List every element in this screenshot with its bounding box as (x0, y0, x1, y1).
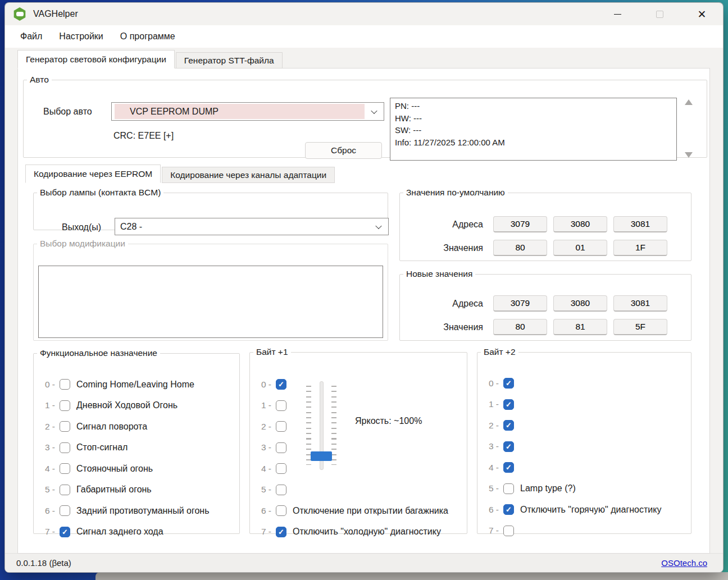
byte1-bit-number-7: 7 - (258, 527, 271, 537)
car-select-combobox[interactable]: VCP EEPROM DUMP (111, 102, 384, 121)
output-label: Выход(ы) (62, 222, 101, 232)
function-checkbox-2[interactable] (60, 421, 70, 432)
byte1-bit-number-3: 3 - (258, 442, 271, 453)
byte1-checkbox-1[interactable] (276, 400, 286, 411)
car-select-value: VCP EEPROM DUMP (115, 104, 365, 119)
scroll-up-icon[interactable] (685, 99, 693, 105)
byte2-row-4: 4 -✓ (485, 462, 661, 473)
default-values-row-1: Значения80011F (400, 240, 691, 256)
coding-tab-0[interactable]: Кодирование через EEPROM (25, 165, 161, 183)
new-values-cell-0-0[interactable]: 3079 (493, 295, 547, 312)
default-values-row-label-1: Значения (400, 243, 483, 253)
coding-tab-1[interactable]: Кодирование через каналы адаптации (162, 167, 335, 183)
lamp-group: Выбор лампы (контакта BCM) Выход(ы) C28 … (33, 188, 388, 230)
byte1-checkbox-5[interactable] (276, 485, 286, 495)
byte2-row-6: 6 -✓Отключить "горячую" диагностику (485, 504, 661, 515)
byte1-checkbox-7[interactable]: ✓ (276, 527, 286, 537)
function-checkbox-3[interactable] (60, 442, 70, 453)
byte2-bit-number-1: 1 - (485, 399, 499, 409)
menu-item-about[interactable]: О программе (112, 28, 184, 45)
byte2-bit-number-5: 5 - (485, 483, 499, 494)
function-bit-number-7: 7 - (42, 527, 55, 537)
new-values-cell-0-2[interactable]: 3081 (613, 295, 667, 312)
byte2-checkbox-3[interactable]: ✓ (503, 441, 514, 452)
function-checkbox-7[interactable]: ✓ (60, 527, 70, 537)
function-label-0: Coming Home/Leaving Home (76, 380, 194, 390)
info-line-0: PN: --- (395, 100, 672, 112)
byte2-bit-number-6: 6 - (485, 505, 499, 515)
byte2-checkbox-4[interactable]: ✓ (503, 462, 514, 473)
slider-thumb[interactable] (311, 451, 332, 461)
chevron-down-icon (375, 222, 381, 229)
byte2-row-5: 5 -Lamp type (?) (485, 483, 661, 494)
car-info-textbox[interactable]: PN: ---HW: ---SW: ---Info: 11/27/2025 12… (390, 98, 677, 161)
default-values-cell-0-2[interactable]: 3081 (613, 216, 667, 232)
byte1-checkbox-2[interactable] (276, 421, 286, 432)
function-checkbox-5[interactable] (60, 485, 70, 495)
byte1-checkbox-3[interactable] (276, 442, 286, 453)
function-row-6: 6 -Задний противотуманный огонь (42, 505, 210, 516)
modification-listbox[interactable] (38, 266, 383, 338)
main-tab-0[interactable]: Генератор световой конфигурации (17, 50, 175, 68)
function-checkbox-0[interactable] (60, 379, 70, 390)
new-values-cell-1-0[interactable]: 80 (493, 319, 547, 335)
byte1-label-7: Отключить "холодную" диагностику (293, 527, 441, 537)
reset-button[interactable]: Сброс (305, 142, 382, 159)
default-values-cell-1-0[interactable]: 80 (493, 240, 547, 256)
main-tab-1[interactable]: Генератор STT-файла (176, 52, 283, 68)
modification-group-legend: Выбор модификации (37, 239, 128, 249)
new-values-cell-1-2[interactable]: 5F (613, 319, 667, 335)
byte2-group: Байт +2 0 -✓1 -✓2 -✓3 -✓4 -✓5 -Lamp type… (477, 347, 691, 534)
maximize-button[interactable] (639, 3, 681, 25)
function-row-3: 3 -Стоп-сигнал (42, 442, 210, 453)
byte2-checkbox-1[interactable]: ✓ (503, 399, 514, 410)
desktop-taskbar-strip (95, 572, 728, 580)
osotech-link[interactable]: OSOtech.co (661, 558, 707, 568)
default-values-group: Значения по-умолчанию Адреса307930803081… (399, 188, 691, 261)
menu-item-file[interactable]: Файл (12, 28, 51, 45)
byte1-row-7: 7 -✓Отключить "холодную" диагностику (258, 527, 448, 537)
byte2-checkbox-0[interactable]: ✓ (503, 378, 514, 389)
function-label-2: Сигнал поворота (76, 422, 147, 432)
function-label-1: Дневной Ходовой Огонь (76, 400, 178, 410)
default-values-cell-1-2[interactable]: 1F (613, 240, 667, 256)
function-checkbox-6[interactable] (60, 505, 70, 516)
byte2-checkbox-6[interactable]: ✓ (503, 504, 514, 515)
chevron-down-icon (371, 107, 377, 113)
byte1-group-legend: Байт +1 (253, 347, 291, 357)
default-values-cell-0-0[interactable]: 3079 (493, 216, 547, 232)
scroll-down-icon[interactable] (685, 152, 693, 158)
default-values-row-label-0: Адреса (400, 220, 483, 230)
info-scrollbar (684, 99, 693, 158)
byte1-checkbox-6[interactable] (276, 505, 286, 516)
slider-ticks-right (331, 386, 336, 465)
byte1-checkbox-4[interactable] (276, 463, 286, 474)
coding-tab-strip: Кодирование через EEPROMКодирование чере… (25, 165, 335, 183)
function-checkbox-1[interactable] (60, 400, 70, 411)
function-checkbox-4[interactable] (60, 463, 70, 474)
menubar: ФайлНастройкиО программе (5, 25, 723, 48)
car-glyph (16, 12, 24, 16)
default-values-cell-1-1[interactable]: 01 (553, 240, 607, 256)
byte1-group: Байт +1 0 -✓1 -2 -3 -4 -5 -6 -Отключение… (249, 347, 467, 534)
window-controls: ✕ (597, 3, 723, 25)
default-values-cell-0-1[interactable]: 3080 (553, 216, 607, 232)
byte1-bit-number-6: 6 - (258, 506, 271, 516)
close-button[interactable]: ✕ (681, 3, 723, 25)
byte2-checkbox-5[interactable] (503, 483, 514, 494)
byte1-row-3: 3 - (258, 442, 448, 453)
auto-group: Авто Выбор авто VCP EEPROM DUMP CRC: E7E… (23, 75, 707, 158)
new-values-cell-1-1[interactable]: 81 (553, 319, 607, 335)
new-values-cell-0-1[interactable]: 3080 (553, 295, 607, 312)
menu-item-settings[interactable]: Настройки (51, 28, 111, 45)
byte2-bit-number-2: 2 - (485, 421, 499, 431)
function-row-0: 0 -Coming Home/Leaving Home (42, 379, 210, 390)
byte1-checkbox-0[interactable]: ✓ (276, 379, 286, 390)
byte2-bit-number-4: 4 - (485, 463, 499, 473)
function-row-5: 5 -Габаритный огонь (42, 485, 210, 495)
function-label-5: Габаритный огонь (76, 485, 152, 495)
byte2-checkbox-2[interactable]: ✓ (503, 420, 514, 431)
byte2-checkbox-7[interactable] (503, 526, 514, 536)
output-combobox[interactable]: C28 - (115, 218, 389, 235)
minimize-button[interactable] (597, 3, 639, 25)
